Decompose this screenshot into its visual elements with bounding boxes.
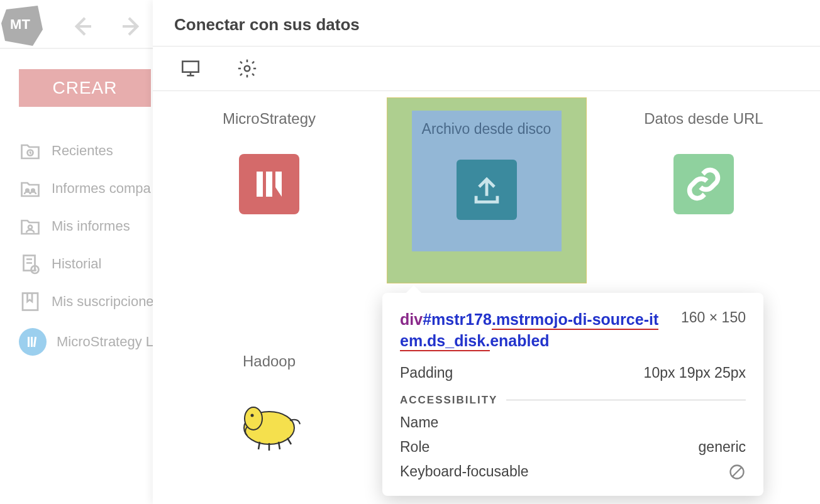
a11y-role-value: generic bbox=[699, 439, 746, 456]
inspect-content-box: Archivo desde disco bbox=[412, 111, 562, 251]
shared-folder-icon bbox=[19, 177, 42, 200]
source-hadoop[interactable]: Hadoop bbox=[191, 353, 348, 453]
microstrategy-icon bbox=[239, 154, 299, 214]
sidebar-item-library[interactable]: MicroStrategy Li bbox=[19, 320, 170, 363]
gear-icon[interactable] bbox=[235, 58, 260, 79]
sidebar-item-subscriptions[interactable]: Mis suscripcione bbox=[19, 283, 170, 320]
accessibility-header: ACCESSIBILITY bbox=[400, 394, 497, 407]
source-file-from-disk-highlighted[interactable]: Archivo desde disco bbox=[387, 97, 587, 283]
svg-point-4 bbox=[28, 226, 32, 229]
sidebar-item-label: Historial bbox=[52, 256, 101, 272]
svg-point-16 bbox=[245, 407, 262, 430]
svg-point-17 bbox=[251, 414, 254, 417]
source-row-1: MicroStrategy Archivo desde disco Datos … bbox=[191, 110, 782, 283]
history-icon bbox=[19, 253, 42, 275]
devtools-inspect-tooltip: div#mstr178.mstrmojo-di-source-item.ds_d… bbox=[382, 293, 763, 496]
sidebar-item-history[interactable]: Historial bbox=[19, 245, 170, 283]
a11y-kbf-label: Keyboard-focusable bbox=[400, 463, 529, 481]
padding-label: Padding bbox=[400, 364, 453, 381]
padding-value: 10px 19px 25px bbox=[644, 364, 746, 381]
selector-text: div#mstr178.mstrmojo-di-source-item.ds_d… bbox=[400, 309, 658, 352]
selector-class-rest: enabled bbox=[490, 332, 549, 349]
svg-rect-8 bbox=[28, 337, 30, 347]
svg-rect-10 bbox=[33, 337, 36, 347]
source-url[interactable]: Datos desde URL bbox=[625, 110, 782, 283]
sidebar-item-shared[interactable]: Informes compa bbox=[19, 170, 170, 207]
divider bbox=[506, 400, 746, 400]
app-logo: MT bbox=[0, 4, 44, 48]
sidebar-item-label: Informes compa bbox=[52, 180, 151, 197]
not-focusable-icon bbox=[728, 463, 746, 481]
app-logo-text: MT bbox=[10, 16, 30, 33]
library-icon-badge bbox=[19, 328, 47, 356]
svg-point-12 bbox=[245, 66, 250, 72]
hadoop-icon bbox=[235, 397, 304, 453]
svg-rect-13 bbox=[257, 172, 263, 197]
recent-icon bbox=[19, 140, 42, 162]
sidebar-item-label: Mis informes bbox=[52, 218, 130, 234]
svg-rect-14 bbox=[266, 172, 272, 197]
sidebar-item-label: Recientes bbox=[52, 143, 113, 159]
svg-rect-7 bbox=[23, 293, 38, 310]
panel-title: Conectar con sus datos bbox=[153, 0, 820, 47]
sidebar-item-my-reports[interactable]: Mis informes bbox=[19, 207, 170, 245]
a11y-role-label: Role bbox=[400, 439, 429, 456]
selector-class-underlined-2: em.ds_disk. bbox=[400, 332, 490, 351]
source-label: Hadoop bbox=[243, 353, 296, 378]
dimensions-text: 160 × 150 bbox=[681, 309, 746, 326]
nav-arrows bbox=[69, 14, 145, 39]
source-label: Datos desde URL bbox=[644, 110, 763, 135]
svg-rect-9 bbox=[31, 337, 33, 347]
library-icon bbox=[25, 334, 40, 349]
back-icon[interactable] bbox=[69, 14, 94, 39]
svg-rect-11 bbox=[182, 62, 199, 72]
selector-id: #mstr178 bbox=[423, 310, 492, 328]
create-button[interactable]: CREAR bbox=[19, 69, 151, 107]
forward-icon[interactable] bbox=[119, 14, 145, 39]
source-label: MicroStrategy bbox=[223, 110, 316, 135]
selector-class-underlined-1: .mstrmojo-di-source-it bbox=[492, 310, 658, 330]
tooltip-arrow bbox=[406, 285, 421, 293]
source-microstrategy[interactable]: MicroStrategy bbox=[191, 110, 348, 283]
sidebar-item-label: MicroStrategy Li bbox=[57, 334, 157, 350]
sidebar-item-label: Mis suscripcione bbox=[52, 293, 154, 310]
a11y-name-label: Name bbox=[400, 414, 438, 431]
sidebar-item-recientes[interactable]: Recientes bbox=[19, 132, 170, 170]
link-icon bbox=[673, 154, 734, 214]
sidebar: CREAR Recientes Informes compa Mis infor… bbox=[19, 69, 170, 363]
bookmark-icon bbox=[19, 290, 42, 313]
user-folder-icon bbox=[19, 215, 42, 238]
source-label: Archivo desde disco bbox=[422, 121, 551, 146]
datasource-icon[interactable] bbox=[178, 58, 203, 79]
upload-icon bbox=[457, 160, 517, 220]
selector-tag: div bbox=[400, 310, 423, 328]
panel-toolbar bbox=[153, 47, 820, 91]
